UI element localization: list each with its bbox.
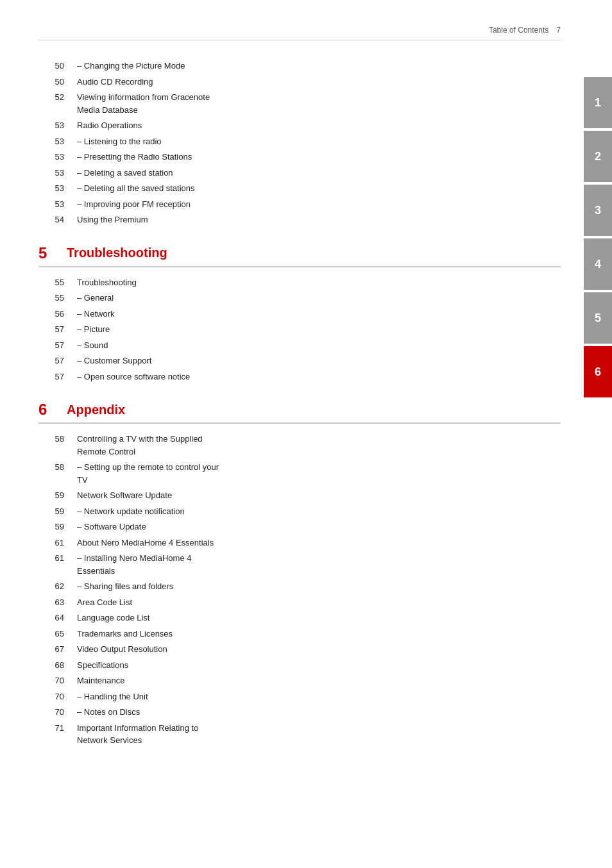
tab-5[interactable]: 5	[584, 292, 612, 344]
list-item: 53 – Improving poor FM reception	[38, 198, 561, 211]
tab-2[interactable]: 2	[584, 131, 612, 182]
list-item: 70 – Handling the Unit	[38, 690, 561, 703]
troubleshooting-section: 5 Troubleshooting 55 Troubleshooting 55 …	[38, 244, 561, 383]
list-item: 63 Area Code List	[38, 596, 561, 609]
section-6-header: 6 Appendix	[38, 401, 561, 424]
list-item: 64 Language code List	[38, 612, 561, 624]
continuation-section: 50 – Changing the Picture Mode 50 Audio …	[38, 60, 561, 226]
tab-1[interactable]: 1	[584, 77, 612, 128]
list-item: 53 – Listening to the radio	[38, 135, 561, 148]
page-container: Table of Contents 7 50 – Changing the Pi…	[0, 0, 612, 868]
list-item: 52 Viewing information from GracenoteMed…	[38, 91, 561, 116]
list-item: 57 – Sound	[38, 339, 561, 352]
section-6-number: 6	[38, 401, 58, 419]
tab-6[interactable]: 6	[584, 346, 612, 397]
list-item: 55 Troubleshooting	[38, 276, 561, 289]
list-item: 61 About Nero MediaHome 4 Essentials	[38, 537, 561, 549]
list-item: 50 – Changing the Picture Mode	[38, 60, 561, 72]
list-item: 50 Audio CD Recording	[38, 76, 561, 88]
list-item: 58 Controlling a TV with the SuppliedRem…	[38, 433, 561, 458]
list-item: 56 – Network	[38, 308, 561, 321]
header-title: Table of Contents	[489, 26, 548, 35]
tab-4[interactable]: 4	[584, 238, 612, 290]
header: Table of Contents 7	[38, 26, 561, 40]
list-item: 70 Maintenance	[38, 674, 561, 687]
list-item: 57 – Picture	[38, 323, 561, 336]
section-5-number: 5	[38, 244, 58, 262]
list-item: 58 – Setting up the remote to control yo…	[38, 461, 561, 486]
list-item: 71 Important Information Relating toNetw…	[38, 722, 561, 747]
list-item: 59 Network Software Update	[38, 489, 561, 502]
list-item: 67 Video Output Resolution	[38, 643, 561, 656]
list-item: 53 – Presetting the Radio Stations	[38, 151, 561, 163]
appendix-section: 6 Appendix 58 Controlling a TV with the …	[38, 401, 561, 747]
list-item: 53 – Deleting a saved station	[38, 167, 561, 179]
chapter-tabs: 1 2 3 4 5 6	[584, 0, 612, 868]
list-item: 55 – General	[38, 292, 561, 305]
list-item: 53 – Deleting all the saved stations	[38, 182, 561, 195]
list-item: 68 Specifications	[38, 659, 561, 672]
list-item: 59 – Software Update	[38, 521, 561, 533]
list-item: 54 Using the Premium	[38, 213, 561, 226]
tab-3[interactable]: 3	[584, 185, 612, 236]
list-item: 57 – Customer Support	[38, 355, 561, 367]
section-6-title: Appendix	[67, 403, 125, 417]
list-item: 70 – Notes on Discs	[38, 706, 561, 719]
list-item: 59 – Network update notification	[38, 505, 561, 518]
list-item: 62 – Sharing files and folders	[38, 580, 561, 593]
section-5-title: Troubleshooting	[67, 246, 167, 260]
list-item: 65 Trademarks and Licenses	[38, 628, 561, 640]
list-item: 57 – Open source software notice	[38, 371, 561, 383]
header-page-number: 7	[556, 26, 561, 35]
list-item: 61 – Installing Nero MediaHome 4Essentia…	[38, 552, 561, 577]
list-item: 53 Radio Operations	[38, 119, 561, 132]
section-5-header: 5 Troubleshooting	[38, 244, 561, 267]
